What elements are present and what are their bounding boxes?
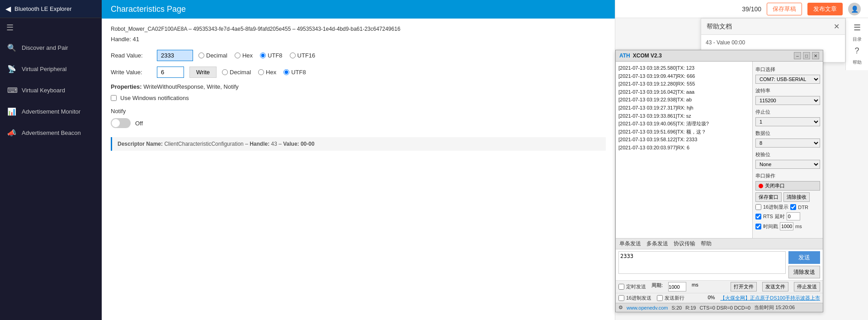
- descriptor-value: 00-00: [301, 141, 315, 147]
- main-content: Characteristics Page Robot_Mower_CA02F10…: [102, 0, 615, 320]
- progress-pct: 0%: [708, 295, 715, 301]
- multi-send-menu[interactable]: 多条发送: [646, 240, 668, 248]
- clear-receive-button[interactable]: 清除接收: [783, 192, 810, 202]
- delay-label: 延时: [775, 213, 785, 220]
- protocol-menu[interactable]: 协议传输: [674, 240, 695, 248]
- port-op-label: 串口操作: [755, 172, 820, 179]
- right-panel: 39/100 保存草稿 发布文章 👤 ☰ 目录 ? 帮助 帮助文档 ✕ 43 -…: [615, 0, 868, 320]
- parity-select[interactable]: None: [755, 160, 820, 169]
- website-link[interactable]: www.openedv.com: [627, 305, 668, 310]
- sidebar: ◀ Bluetooth LE Explorer ☰ 🔍 Discover and…: [0, 0, 102, 320]
- help-panel-title: 帮助文档: [707, 23, 732, 31]
- save-draft-button[interactable]: 保存草稿: [767, 3, 802, 15]
- xcom-input-area: 2333 发送 清除发送: [616, 249, 823, 280]
- close-port-button[interactable]: 关闭串口: [755, 181, 820, 191]
- separator1: –: [189, 26, 193, 32]
- sidebar-item-advertisement-beacon[interactable]: 📣 Advertisement Beacon: [0, 122, 102, 143]
- single-send-menu[interactable]: 单条发送: [619, 240, 641, 248]
- xcom-action-btns: 保存窗口 清除接收: [755, 192, 820, 202]
- timestamp-checkbox[interactable]: [755, 224, 761, 229]
- read-decimal-option[interactable]: Decimal: [198, 52, 227, 59]
- serial-port-select[interactable]: COM7: USB-SERIAL: [755, 75, 820, 84]
- read-value-label: Read Value:: [111, 52, 151, 59]
- sidebar-item-label-advertisement-beacon: Advertisement Beacon: [22, 129, 81, 136]
- help-panel-header: 帮助文档 ✕: [701, 19, 845, 35]
- advertisement-monitor-icon: 📊: [7, 107, 16, 116]
- parity-label: 校验位: [755, 151, 820, 158]
- write-hex-option[interactable]: Hex: [258, 69, 276, 76]
- read-utf16-option[interactable]: UTF16: [290, 52, 316, 59]
- descriptor-handle-label: Handle:: [250, 141, 269, 147]
- xcom-close-button[interactable]: ✕: [812, 52, 819, 59]
- fire-link[interactable]: 【火煤全网】正点原子DS100手持示波器上市: [720, 295, 820, 301]
- descriptor-name-label: Descriptor Name:: [118, 141, 163, 147]
- help-menu[interactable]: 帮助: [701, 240, 712, 248]
- sidebar-item-virtual-keyboard[interactable]: ⌨ Virtual Keyboard: [0, 80, 102, 101]
- delay-input[interactable]: [787, 212, 800, 220]
- read-utf8-option[interactable]: UTF8: [260, 52, 283, 59]
- data-bits-select[interactable]: 8: [755, 139, 820, 148]
- xcom-menu-bar: 单条发送 多条发送 协议传输 帮助: [616, 239, 823, 249]
- notify-toggle[interactable]: [111, 118, 131, 128]
- xcom-minimize-button[interactable]: –: [794, 52, 801, 59]
- xcom-statusbar: ⚙ www.openedv.com S:20 R:19 CTS=0 DSR=0 …: [616, 303, 823, 312]
- xcom-log-line: [2021-07-13 03:18:25.580]TX: 123: [618, 64, 750, 72]
- write-utf8-option[interactable]: UTF8: [283, 69, 306, 76]
- open-file-button[interactable]: 打开文件: [731, 282, 757, 291]
- newline-send-option[interactable]: 发送新行: [657, 295, 684, 301]
- time-input[interactable]: [780, 222, 793, 230]
- stop-send-button[interactable]: 停止发送: [794, 282, 820, 291]
- xcom-log-line: [2021-07-13 03:19:22.938]TX: ab: [618, 96, 750, 104]
- hex16-send-checkbox[interactable]: [618, 295, 624, 301]
- xcom-log-line: [2021-07-13 03:19:12.280]RX: 555: [618, 80, 750, 88]
- baud-rate-select[interactable]: 115200: [755, 96, 820, 105]
- read-value-input[interactable]: [157, 50, 193, 61]
- read-hex-option[interactable]: Hex: [235, 52, 253, 59]
- blog-progress: 39/100: [742, 5, 761, 13]
- xcom-log-line: [2021-07-13 03:19:40.065]TX: 清理垃圾?: [618, 120, 750, 128]
- sidebar-item-advertisement-monitor[interactable]: 📊 Advertisement Monitor: [0, 101, 102, 122]
- rts-checkbox[interactable]: [755, 214, 761, 220]
- dtr-checkbox[interactable]: [790, 204, 796, 210]
- period-input[interactable]: [668, 282, 686, 291]
- sidebar-item-virtual-peripheral[interactable]: 📡 Virtual Peripheral: [0, 58, 102, 80]
- hex16-display-checkbox[interactable]: [755, 204, 761, 210]
- xcom-clear-send-button[interactable]: 清除发送: [788, 266, 820, 278]
- toc-icon[interactable]: ☰: [854, 23, 861, 33]
- newline-send-label: 发送新行: [665, 295, 684, 301]
- xcom-log-line: [2021-07-13 03:20:03.977]RX: 6: [618, 144, 750, 152]
- notify-label: Notify: [111, 108, 606, 115]
- back-button[interactable]: ◀: [5, 5, 11, 13]
- service-uuid2: 49535343-1e4d-4bd9-ba61-23c647249616: [297, 26, 401, 32]
- xcom-bottom: 单条发送 多条发送 协议传输 帮助 2333 发送 清除发送 定时发送 周期:: [616, 238, 823, 312]
- xcom-send-textarea[interactable]: 2333: [618, 251, 786, 274]
- write-decimal-option[interactable]: Decimal: [222, 69, 251, 76]
- hex16-send-option[interactable]: 16进制发送: [618, 295, 651, 301]
- save-window-button[interactable]: 保存窗口: [755, 192, 782, 202]
- help-icon[interactable]: ?: [854, 46, 859, 56]
- windows-notifications-checkbox[interactable]: [111, 95, 117, 101]
- sidebar-item-label-virtual-keyboard: Virtual Keyboard: [22, 87, 65, 94]
- newline-send-checkbox[interactable]: [657, 295, 663, 301]
- xcom-send-options: 定时发送 周期: ms 打开文件 发送文件 停止发送: [616, 280, 823, 293]
- publish-button[interactable]: 发布文章: [807, 3, 843, 15]
- xcom-maximize-button[interactable]: □: [803, 52, 810, 59]
- stop-bits-select[interactable]: 1: [755, 117, 820, 126]
- send-file-button[interactable]: 发送文件: [762, 282, 788, 291]
- properties-label: Properties:: [111, 83, 142, 90]
- port-status-indicator: [759, 184, 763, 188]
- timed-send-checkbox[interactable]: [618, 284, 624, 290]
- xcom-send-button[interactable]: 发送: [788, 251, 820, 264]
- handle-label: Handle:: [111, 36, 131, 43]
- write-value-input[interactable]: [157, 67, 184, 78]
- advertisement-beacon-icon: 📣: [7, 129, 16, 137]
- hamburger-icon[interactable]: ☰: [0, 18, 102, 37]
- descriptor-name-value: ClientCharacteristicConfiguration: [164, 141, 243, 147]
- write-button[interactable]: Write: [189, 67, 217, 78]
- sidebar-item-discover[interactable]: 🔍 Discover and Pair: [0, 37, 102, 58]
- help-panel-close-button[interactable]: ✕: [834, 22, 840, 31]
- read-encoding-group: Decimal Hex UTF8 UTF16: [198, 52, 315, 59]
- descriptor-value-sep: –: [278, 141, 283, 147]
- page-header: Characteristics Page: [102, 0, 615, 19]
- timed-send-option[interactable]: 定时发送: [618, 282, 646, 291]
